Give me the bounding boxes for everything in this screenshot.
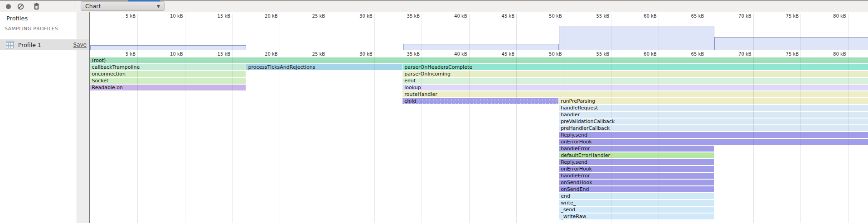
flame-frame[interactable]: child [402, 98, 559, 104]
sidebar-title: Profiles [6, 15, 28, 22]
record-circle-icon[interactable] [4, 2, 13, 11]
flame-frame[interactable]: parserOnIncoming [402, 71, 868, 77]
flame-tick: 5 kB [110, 52, 136, 57]
overview-tick: 30 kB [347, 14, 373, 19]
flame-frame[interactable]: Readable.on [90, 85, 247, 90]
flame-frame[interactable]: onErrorHook [559, 139, 868, 145]
chevron-down-icon: ▼ [157, 4, 164, 9]
flame-frame[interactable]: Reply.send [559, 132, 868, 138]
toolbar-separator [27, 3, 27, 9]
flame-chart-pane: 5 kB10 kB15 kB20 kB25 kB30 kB35 kB40 kB4… [90, 12, 868, 223]
flame-frame[interactable]: onSendEnd [559, 186, 714, 192]
overview-tick: 25 kB [300, 14, 325, 19]
toolbar-separator [74, 3, 74, 9]
overview-tick: 35 kB [394, 14, 420, 19]
overview-tick: 10 kB [158, 14, 183, 19]
overview-tick: 15 kB [205, 14, 230, 19]
flame-frame[interactable]: defaultErrorHandler [559, 152, 714, 158]
overview-tick: 40 kB [442, 14, 467, 19]
overview-tick: 65 kB [679, 14, 704, 19]
flame-tick: 60 kB [631, 52, 657, 57]
flame-frame[interactable]: callbackTrampoline [90, 64, 247, 70]
flame-tick: 55 kB [584, 52, 609, 57]
flame-frame[interactable]: (root) [90, 57, 868, 63]
memory-overview[interactable]: 5 kB10 kB15 kB20 kB25 kB30 kB35 kB40 kB4… [90, 12, 868, 50]
flame-frame[interactable]: handleError [559, 173, 714, 179]
overview-step[interactable] [714, 37, 868, 50]
flame-frame[interactable]: preValidationCallback [559, 119, 868, 124]
flame-tick: 45 kB [489, 52, 514, 57]
view-mode-select[interactable]: Chart ▼ [81, 1, 165, 11]
flame-frame[interactable]: onErrorHook [559, 166, 714, 172]
flame-frame[interactable]: emit [402, 78, 868, 84]
clear-ban-icon[interactable] [16, 2, 25, 11]
flame-tick: 15 kB [205, 52, 230, 57]
flame-frame[interactable]: onconnection [90, 71, 247, 77]
flame-tick: 20 kB [252, 52, 278, 57]
profile-table-icon [6, 41, 14, 50]
overview-step[interactable] [90, 45, 247, 50]
view-mode-value: Chart [81, 3, 157, 9]
flame-frame[interactable]: handleRequest [559, 105, 868, 111]
flame-frame[interactable]: Socket [90, 78, 247, 84]
flame-frame[interactable]: handleError [559, 146, 714, 152]
overview-tick: 70 kB [726, 14, 752, 19]
profile-name: Profile 1 [18, 42, 41, 48]
flame-tick: 80 kB [821, 52, 846, 57]
toolbar: Chart ▼ [0, 0, 868, 13]
overview-step[interactable] [403, 44, 559, 50]
flame-frame[interactable]: Reply.send [559, 159, 714, 165]
flame-frame[interactable]: _send [559, 207, 714, 213]
flame-chart-area: (root)callbackTrampolineprocessTicksAndR… [90, 57, 868, 223]
trash-icon[interactable] [32, 2, 41, 11]
profiles-sidebar: Profiles SAMPLING PROFILES Profile 1 Sav… [0, 12, 89, 223]
sampling-profiler-panel: Chart ▼ Profiles SAMPLING PROFILES P [0, 0, 868, 223]
flame-tick: 70 kB [726, 52, 752, 57]
save-profile-link[interactable]: Save [73, 42, 87, 48]
overview-tick: 60 kB [631, 14, 657, 19]
overview-tick: 75 kB [773, 14, 799, 19]
flame-frame[interactable]: _writeRaw [559, 214, 714, 219]
overview-tick: 55 kB [584, 14, 609, 19]
flame-frame[interactable]: write_ [559, 200, 714, 206]
flame-frame[interactable]: onSendHook [559, 180, 714, 185]
flame-frame[interactable]: lookup [402, 85, 868, 90]
overview-step[interactable] [559, 26, 714, 50]
flame-frame[interactable]: processTicksAndRejections [246, 64, 402, 70]
flame-frame[interactable]: handler [559, 112, 868, 118]
active-tab-underline [128, 0, 160, 1]
overview-tick: 50 kB [537, 14, 562, 19]
flame-tick: 40 kB [442, 52, 467, 57]
sampling-profiles-header: SAMPLING PROFILES [5, 26, 58, 32]
flame-frame[interactable]: preHandlerCallback [559, 125, 868, 131]
overview-tick: 45 kB [489, 14, 514, 19]
flame-tick: 35 kB [394, 52, 420, 57]
flame-tick: 25 kB [300, 52, 325, 57]
overview-tick: 5 kB [110, 14, 136, 19]
overview-tick: 80 kB [821, 14, 846, 19]
overview-tick: 20 kB [252, 14, 278, 19]
flame-tick: 50 kB [537, 52, 562, 57]
flame-chart-ruler: 5 kB10 kB15 kB20 kB25 kB30 kB35 kB40 kB4… [90, 50, 868, 57]
flame-frame[interactable]: end [559, 193, 714, 199]
profile-list-item[interactable]: Profile 1 Save [0, 39, 89, 50]
flame-frame[interactable]: parserOnHeadersComplete [402, 64, 868, 70]
flame-frame[interactable]: routeHandler [402, 91, 868, 97]
flame-frame[interactable]: runPreParsing [559, 98, 868, 104]
flame-tick: 75 kB [773, 52, 799, 57]
flame-tick: 65 kB [679, 52, 704, 57]
flame-tick: 30 kB [347, 52, 373, 57]
flame-tick: 10 kB [158, 52, 183, 57]
